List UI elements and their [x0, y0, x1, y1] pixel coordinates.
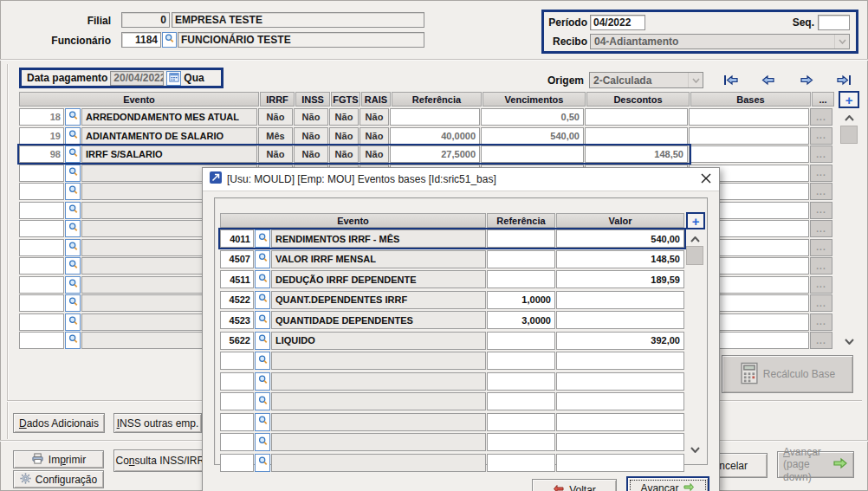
- row-search-button[interactable]: [65, 294, 81, 312]
- col-header-bases[interactable]: Bases: [690, 92, 811, 107]
- col-header-valor[interactable]: Valor: [556, 213, 684, 228]
- base-name-cell[interactable]: [271, 454, 486, 472]
- inss-flag-cell[interactable]: Não: [294, 145, 328, 163]
- event-row[interactable]: 18ARREDONDAMENTO MES ATUALNãoNãoNãoNão0,…: [19, 108, 835, 126]
- row-more-button[interactable]: ...: [810, 145, 832, 163]
- row-more-button[interactable]: ...: [810, 183, 832, 200]
- bases-cell[interactable]: [689, 145, 809, 163]
- bases-scroll-down-button[interactable]: [687, 443, 703, 455]
- row-search-button[interactable]: [255, 291, 270, 309]
- row-search-button[interactable]: [65, 183, 81, 200]
- row-search-button[interactable]: [65, 108, 81, 126]
- funcionario-code-field[interactable]: 1184: [121, 32, 161, 48]
- consulta-inss-irrf-button[interactable]: Consulta INSS/IRRF: [113, 449, 213, 472]
- base-referencia-cell[interactable]: [487, 392, 555, 410]
- row-search-button[interactable]: [65, 332, 81, 349]
- row-more-button[interactable]: ...: [810, 108, 832, 126]
- row-search-button[interactable]: [65, 165, 81, 182]
- col-header-descontos[interactable]: Descontos: [586, 92, 690, 107]
- base-referencia-cell[interactable]: 3,0000: [487, 311, 555, 329]
- periodo-input[interactable]: 04/2022: [590, 15, 645, 30]
- filial-code-field[interactable]: 0: [121, 12, 170, 28]
- bases-scroll-up-button[interactable]: [687, 232, 703, 244]
- base-valor-cell[interactable]: 148,50: [556, 250, 684, 268]
- row-search-button[interactable]: [255, 392, 270, 410]
- voltar-button[interactable]: Voltar: [532, 479, 617, 491]
- event-name-cell[interactable]: ADIANTAMENTO DE SALARIO: [81, 127, 257, 145]
- row-search-button[interactable]: [255, 413, 270, 431]
- base-row[interactable]: 5622LIQUIDO392,00: [220, 332, 685, 350]
- base-row-empty[interactable]: [220, 352, 685, 370]
- descontos-cell[interactable]: [585, 108, 688, 126]
- base-code-cell[interactable]: [220, 372, 254, 391]
- base-code-cell[interactable]: 4507: [220, 250, 254, 268]
- avancar-page-down-button[interactable]: Avançar(page down): [777, 451, 854, 478]
- funcionario-search-button[interactable]: [162, 32, 177, 48]
- irrf-flag-cell[interactable]: Mês: [258, 127, 293, 145]
- row-more-button[interactable]: ...: [810, 313, 832, 331]
- base-row[interactable]: 4523QUANTIDADE DEPENDENTES3,0000: [220, 311, 685, 329]
- col-header-vencimentos[interactable]: Vencimentos: [483, 92, 586, 107]
- event-row[interactable]: 98IRRF S/SALARIONãoNãoNãoNão27,5000148,5…: [19, 145, 835, 163]
- base-code-cell[interactable]: 5622: [220, 332, 254, 350]
- rais-flag-cell[interactable]: Não: [360, 127, 389, 145]
- recalculo-base-button[interactable]: Recálculo Base: [722, 355, 853, 393]
- configuracao-button[interactable]: Configuração: [13, 470, 104, 488]
- irrf-flag-cell[interactable]: Não: [258, 145, 293, 163]
- col-header-irrf[interactable]: IRRF: [260, 92, 295, 107]
- base-name-cell[interactable]: [271, 392, 486, 410]
- base-code-cell[interactable]: 4011: [220, 229, 254, 248]
- descontos-cell[interactable]: 148,50: [585, 145, 688, 163]
- row-search-button[interactable]: [65, 257, 81, 275]
- row-search-button[interactable]: [65, 313, 81, 331]
- base-name-cell[interactable]: VALOR IRRF MENSAL: [271, 250, 486, 268]
- base-code-cell[interactable]: [220, 433, 254, 451]
- row-search-button[interactable]: [65, 145, 81, 163]
- calendar-button[interactable]: [166, 71, 181, 86]
- base-code-cell[interactable]: [220, 352, 254, 370]
- base-valor-cell[interactable]: [556, 433, 684, 451]
- bases-cell[interactable]: [689, 127, 809, 145]
- base-code-cell[interactable]: [220, 413, 254, 431]
- base-name-cell[interactable]: LIQUIDO: [271, 332, 486, 350]
- inss-flag-cell[interactable]: Não: [294, 127, 328, 145]
- add-event-button[interactable]: +: [839, 91, 859, 108]
- base-valor-cell[interactable]: 540,00: [556, 229, 684, 248]
- event-code-cell[interactable]: [19, 220, 64, 237]
- vencimentos-cell[interactable]: 540,00: [481, 127, 584, 145]
- base-valor-cell[interactable]: [556, 454, 684, 472]
- col-header-referencia[interactable]: Referência: [487, 213, 555, 228]
- row-search-button[interactable]: [255, 372, 270, 391]
- base-valor-cell[interactable]: [556, 413, 684, 431]
- base-row-empty[interactable]: [220, 372, 685, 391]
- irrf-flag-cell[interactable]: Não: [258, 108, 293, 126]
- base-row-empty[interactable]: [220, 433, 685, 451]
- base-row-empty[interactable]: [220, 392, 685, 410]
- origem-dropdown[interactable]: 2-Calculada: [589, 72, 703, 88]
- row-search-button[interactable]: [65, 239, 81, 256]
- row-more-button[interactable]: ...: [810, 165, 832, 182]
- base-row[interactable]: 4011RENDIMENTOS IRRF - MÊS540,00: [220, 229, 685, 248]
- row-more-button[interactable]: ...: [810, 220, 832, 237]
- base-referencia-cell[interactable]: [487, 229, 555, 248]
- row-search-button[interactable]: [255, 352, 270, 370]
- inss-flag-cell[interactable]: Não: [294, 108, 328, 126]
- event-code-cell[interactable]: 18: [19, 108, 64, 126]
- col-header-referencia[interactable]: Referência: [392, 92, 482, 107]
- row-search-button[interactable]: [255, 332, 270, 350]
- base-name-cell[interactable]: QUANT.DEPENDENTES IRRF: [271, 291, 486, 309]
- vencimentos-cell[interactable]: 0,50: [481, 108, 584, 126]
- fgts-flag-cell[interactable]: Não: [329, 145, 359, 163]
- event-code-cell[interactable]: [19, 239, 64, 256]
- nav-first-button[interactable]: [722, 74, 741, 88]
- base-referencia-cell[interactable]: [487, 332, 555, 350]
- event-code-cell[interactable]: [19, 332, 64, 349]
- base-row[interactable]: 4507VALOR IRRF MENSAL148,50: [220, 250, 685, 268]
- base-referencia-cell[interactable]: [487, 250, 555, 268]
- base-referencia-cell[interactable]: [487, 270, 555, 288]
- event-row[interactable]: 19ADIANTAMENTO DE SALARIOMêsNãoNãoNão40,…: [19, 127, 835, 145]
- col-header-evento[interactable]: Evento: [220, 213, 486, 228]
- event-code-cell[interactable]: 98: [19, 145, 64, 163]
- fgts-flag-cell[interactable]: Não: [329, 108, 359, 126]
- row-search-button[interactable]: [65, 220, 81, 237]
